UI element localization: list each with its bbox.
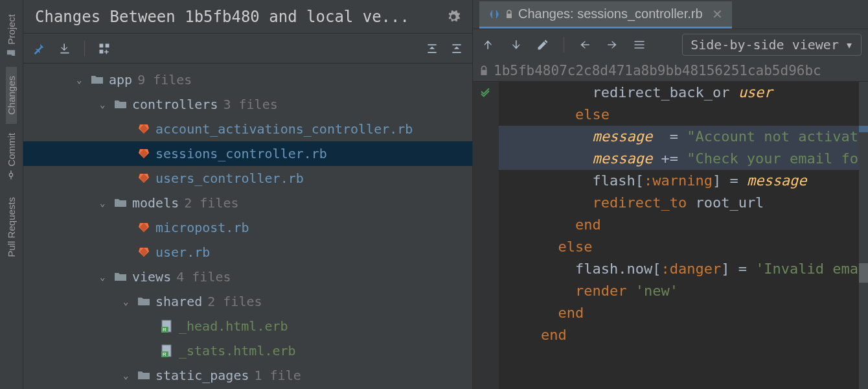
file-count: 1 file (255, 368, 301, 383)
chevron-down-icon: ⌄ (123, 296, 132, 307)
code-line: else (499, 104, 868, 126)
chevron-down-icon: ⌄ (100, 198, 109, 208)
tree-file[interactable]: R_stats.html.erb (23, 338, 472, 363)
ruby-icon (137, 246, 150, 259)
tree-file[interactable]: users_controller.rb (23, 166, 472, 191)
hash-bar: 1b5fb4807c2c8d471a8b9bb48156251cab5d96bc (473, 60, 868, 82)
check-icon (479, 86, 491, 97)
folder-name: controllers (132, 97, 218, 112)
file-name: users_controller.rb (155, 171, 304, 186)
folder-name: models (132, 195, 179, 211)
rail-commit[interactable]: Commit (6, 124, 17, 189)
close-icon[interactable]: ✕ (712, 6, 723, 22)
diff-toolbar: Side-by-side viewer ▾ (473, 29, 868, 60)
list-button[interactable] (630, 36, 648, 54)
svg-point-0 (10, 173, 13, 176)
svg-rect-3 (100, 43, 104, 47)
file-count: 2 files (207, 294, 262, 309)
download-button[interactable] (56, 40, 74, 58)
file-name: _head.html.erb (179, 318, 288, 334)
rail-changes[interactable]: Changes (6, 67, 17, 124)
folder-icon (137, 296, 150, 307)
code-line: message = "Account not activated (499, 126, 868, 148)
code-area[interactable]: redirect_back_or user else message = "Ac… (473, 82, 868, 389)
scroll-thumb[interactable] (859, 263, 868, 283)
rail-label: Commit (6, 133, 17, 167)
gear-icon[interactable] (446, 10, 461, 24)
chevron-down-icon: ⌄ (76, 75, 86, 85)
edit-button[interactable] (534, 36, 552, 54)
folder-name: shared (155, 294, 202, 309)
folder-icon (114, 99, 127, 110)
pin-button[interactable] (30, 40, 48, 58)
folder-name: app (109, 72, 132, 88)
file-count: 2 files (184, 195, 238, 211)
svg-rect-19 (481, 69, 486, 75)
folder-icon (91, 74, 104, 86)
collapse-all-button[interactable] (448, 40, 466, 58)
change-marker[interactable] (859, 126, 868, 132)
folder-icon (114, 271, 127, 283)
next-diff-button[interactable] (507, 36, 525, 54)
group-button[interactable] (95, 40, 113, 58)
tree-folder[interactable]: ⌄controllers 3 files (23, 92, 472, 117)
editor-tab-bar: Changes: sessions_controller.rb ✕ (473, 0, 868, 29)
separator (564, 37, 564, 53)
svg-text:R: R (163, 351, 166, 357)
svg-rect-5 (100, 49, 104, 53)
file-count: 4 files (176, 269, 231, 285)
forward-button[interactable] (603, 36, 621, 54)
expand-all-button[interactable] (423, 40, 441, 58)
code-line: end (499, 302, 868, 324)
prev-diff-button[interactable] (479, 36, 497, 54)
chevron-down-icon: ⌄ (123, 370, 132, 381)
changes-title-bar: Changes Between 1b5fb480 and local ve... (23, 0, 472, 34)
gutter (473, 82, 499, 389)
ruby-icon (137, 123, 150, 136)
commit-icon (7, 170, 16, 179)
rail-project[interactable]: Project (6, 5, 17, 67)
code-line: end (499, 214, 868, 236)
tree-folder[interactable]: ⌄views 4 files (23, 265, 472, 289)
folder-name: static_pages (155, 368, 249, 383)
code-line: else (499, 236, 868, 258)
code-content: redirect_back_or user else message = "Ac… (499, 82, 868, 346)
svg-rect-4 (106, 43, 109, 47)
tree-folder[interactable]: ⌄app 9 files (23, 67, 472, 92)
chevron-down-icon: ⌄ (100, 99, 109, 110)
rail-pull-requests[interactable]: Pull Requests (6, 188, 17, 266)
tree-folder[interactable]: ⌄models 2 files (23, 191, 472, 215)
file-name: micropost.rb (155, 220, 249, 235)
lock-icon (479, 65, 488, 76)
editor-tab[interactable]: Changes: sessions_controller.rb ✕ (479, 1, 732, 29)
file-name: _stats.html.erb (179, 343, 296, 359)
file-name: account_activations_controller.rb (155, 121, 413, 137)
folder-icon (137, 370, 150, 381)
tree-folder[interactable]: ⌄static_pages 1 file (23, 363, 472, 388)
tool-window-rail: Project Changes Commit Pull Requests (0, 0, 23, 389)
folder-icon (7, 49, 16, 58)
file-name: sessions_controller.rb (155, 146, 327, 161)
tree-file[interactable]: user.rb (23, 240, 472, 265)
folder-icon (114, 197, 127, 209)
rail-label: Project (6, 14, 17, 45)
svg-text:R: R (163, 327, 166, 333)
back-button[interactable] (576, 36, 594, 54)
file-count: 9 files (137, 72, 192, 88)
tree-file[interactable]: account_activations_controller.rb (23, 117, 472, 141)
erb-icon: R (161, 344, 174, 357)
separator (84, 41, 85, 56)
changes-tree[interactable]: ⌄app 9 files⌄controllers 3 filesaccount_… (23, 64, 472, 389)
viewer-mode-select[interactable]: Side-by-side viewer ▾ (682, 34, 862, 56)
marker-strip[interactable] (859, 82, 868, 389)
erb-icon: R (161, 320, 174, 333)
code-line: render 'new' (499, 280, 868, 302)
ruby-icon (137, 172, 150, 185)
viewer-mode-label: Side-by-side viewer (691, 37, 839, 53)
tree-folder[interactable]: ⌄shared 2 files (23, 289, 472, 314)
code-line: redirect_to root_url (499, 192, 868, 214)
rail-label: Pull Requests (6, 197, 17, 257)
tree-file[interactable]: sessions_controller.rb (23, 141, 472, 166)
tree-file[interactable]: R_head.html.erb (23, 314, 472, 338)
tree-file[interactable]: micropost.rb (23, 215, 472, 240)
